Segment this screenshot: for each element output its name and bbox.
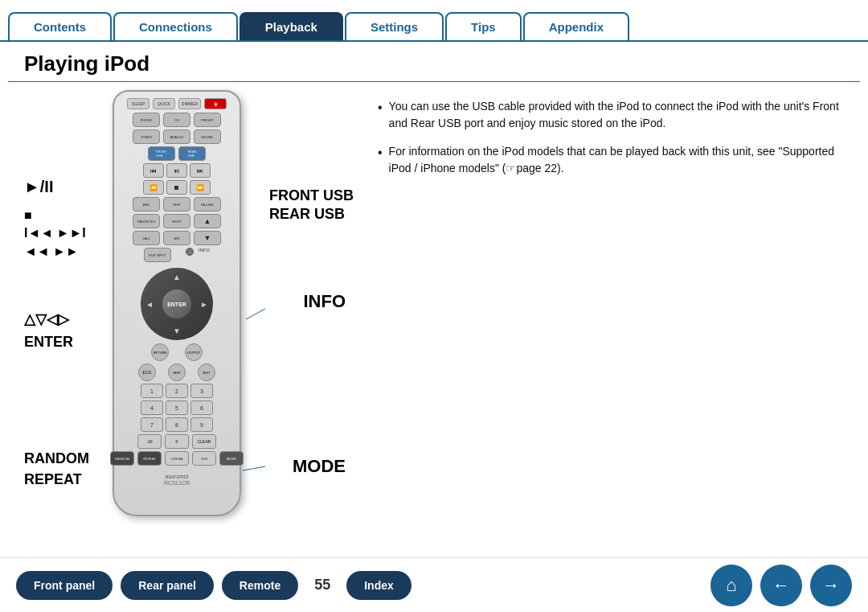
enter-label: ENTER [24, 334, 73, 351]
digital-btn[interactable]: DIGITAL [194, 129, 221, 144]
tab-connections[interactable]: Connections [113, 12, 238, 40]
transport-row-1: ⏮ ⏯ ⏭ [143, 163, 211, 178]
tab-contents[interactable]: Contents [8, 12, 112, 40]
fav-row: FAVORITES MUTE ▲ [133, 214, 221, 228]
num-3[interactable]: 3 [190, 384, 213, 398]
num-5[interactable]: 5 [166, 400, 188, 415]
add-row: ADD DISP HA-LINE [133, 197, 221, 212]
left-labels: ►/II ■ I◄◄ ►►I ◄◄ ►► △▽◁▷ ENTER RANDOM R… [16, 90, 121, 532]
small-round-row-1: RETURN OUTPUT [151, 343, 203, 361]
phono-btn[interactable]: PHONO [133, 113, 160, 127]
marantz-logo: marantz [165, 472, 189, 480]
nav-arrows: ▲ ▼ ◄ ► [141, 268, 213, 340]
quick-btn[interactable]: QUICK [153, 98, 175, 109]
ha-btn[interactable]: HA-LINE [194, 197, 221, 212]
prev-btn[interactable]: ⏮ [143, 163, 164, 178]
tab-settings[interactable]: Settings [345, 12, 444, 40]
front-usb-label: FRONT USB REAR USB [269, 187, 354, 224]
top-small-buttons: SLEEP QUICK DIMMER ⏻ [119, 98, 235, 109]
remote-button[interactable]: Remote [222, 571, 298, 600]
ff-btn[interactable]: ⏩ [190, 180, 211, 195]
pop-input-btn[interactable]: POP INPUT [144, 248, 171, 262]
mode-btn[interactable]: MODE [219, 451, 244, 466]
repeat-label: REPEAT [24, 471, 82, 489]
front-usb-btn[interactable]: FRONTUSB [148, 146, 175, 161]
disp-btn[interactable]: DISP [163, 197, 190, 212]
minus10-btn[interactable]: -10 [137, 434, 162, 449]
stop-label: ■ I◄◄ ►►I ◄◄ ►► [24, 207, 86, 261]
eco-btn[interactable]: ECO [138, 364, 156, 381]
sdb-btn[interactable]: SDB [192, 451, 216, 466]
mute-btn[interactable]: MUTE [163, 214, 190, 228]
play-pause-btn[interactable]: ⏯ [166, 163, 187, 178]
cd-btn[interactable]: CD [163, 113, 190, 127]
vol-up-btn[interactable]: ▲ [194, 214, 221, 228]
num-0[interactable]: 0 [165, 434, 189, 449]
power-btn[interactable]: ⏻ [204, 98, 227, 109]
preset-btn[interactable]: PRESET [194, 113, 221, 127]
tab-appendix[interactable]: Appendix [523, 12, 629, 40]
nav-arrows-label: △▽◁▷ [24, 311, 69, 329]
usb-row: FRONTUSB REARUSB [148, 146, 206, 161]
num-7[interactable]: 7 [141, 417, 163, 432]
nav-left-arrow: ◄ [145, 300, 154, 309]
next-btn[interactable]: ⏭ [190, 163, 211, 178]
special-row: -10 0 CLEAR [137, 434, 216, 449]
remote-body: SLEEP QUICK DIMMER ⏻ PHONO CD PRESET TUN… [113, 90, 241, 516]
num-6[interactable]: 6 [190, 400, 213, 415]
home-button[interactable]: ⌂ [710, 565, 752, 606]
skip2-btn[interactable]: SKIP [168, 364, 186, 381]
back-button[interactable]: ← [760, 565, 802, 606]
tuner-btn[interactable]: TUNER [133, 129, 160, 144]
source-row-2: TUNER ANALOG DIGITAL [133, 129, 221, 144]
mix-btn[interactable]: MIX [163, 231, 190, 245]
play-pause-label: ►/II [24, 177, 53, 196]
index-button[interactable]: Index [346, 571, 411, 600]
navigation-circle: ▲ ▼ ◄ ► ENTER [141, 268, 213, 340]
forward-button[interactable]: → [810, 565, 852, 606]
edit-btn[interactable]: EDIT [198, 364, 215, 381]
analog-btn[interactable]: ANALOG [163, 129, 190, 144]
call-row: CALL MIX ▼ [133, 231, 221, 245]
stop-btn[interactable]: ⏹ [166, 180, 187, 195]
random-btn[interactable]: RANDOM [110, 451, 134, 466]
repeat-btn[interactable]: REPEAT [137, 451, 162, 466]
rew-btn[interactable]: ⏪ [143, 180, 164, 195]
info-dot[interactable] [186, 248, 194, 256]
svg-line-6 [243, 466, 265, 470]
numpad: 1 2 3 4 5 6 7 8 9 [141, 384, 213, 432]
num-8[interactable]: 8 [166, 417, 188, 432]
nav-circle-outer[interactable]: ▲ ▼ ◄ ► ENTER [141, 268, 213, 340]
model-number: RC011CR [164, 480, 190, 486]
nav-up-arrow: ▲ [173, 273, 181, 281]
cinema-btn[interactable]: CINEMA [165, 451, 189, 466]
output-btn[interactable]: OUTPUT [185, 343, 203, 361]
dimmer-btn[interactable]: DIMMER [178, 98, 201, 109]
num-2[interactable]: 2 [166, 384, 188, 398]
bullet-1: You can use the USB cable provided with … [378, 98, 844, 132]
bottom-navigation: Front panel Rear panel Remote 55 Index ⌂… [0, 557, 868, 612]
source-row-1: PHONO CD PRESET [133, 113, 221, 127]
favorites-btn[interactable]: FAVORITES [133, 214, 160, 228]
main-content: ►/II ■ I◄◄ ►►I ◄◄ ►► △▽◁▷ ENTER RANDOM R… [0, 82, 868, 540]
pop-info-row: POP INPUT INFO [144, 248, 210, 262]
tab-tips[interactable]: Tips [445, 12, 522, 40]
num-4[interactable]: 4 [141, 400, 163, 415]
page-title: Playing iPod [8, 42, 860, 82]
right-content: You can use the USB cable provided with … [370, 90, 852, 532]
nav-right-arrow: ► [200, 300, 208, 309]
return-btn[interactable]: RETURN [151, 343, 169, 361]
num-9[interactable]: 9 [190, 417, 213, 432]
vol-down-btn[interactable]: ▼ [194, 231, 221, 245]
num-1[interactable]: 1 [141, 384, 163, 398]
tab-playback[interactable]: Playback [240, 12, 343, 40]
clear-btn[interactable]: CLEAR [192, 434, 216, 449]
bullet-2: For information on the iPod models that … [378, 143, 844, 177]
rear-usb-btn[interactable]: REARUSB [178, 146, 206, 161]
rear-panel-button[interactable]: Rear panel [121, 571, 214, 600]
mode-label: MODE [293, 456, 346, 477]
sleep-btn[interactable]: SLEEP [127, 98, 149, 109]
front-panel-button[interactable]: Front panel [16, 571, 113, 600]
add-btn[interactable]: ADD [133, 197, 160, 212]
call-btn[interactable]: CALL [133, 231, 160, 245]
